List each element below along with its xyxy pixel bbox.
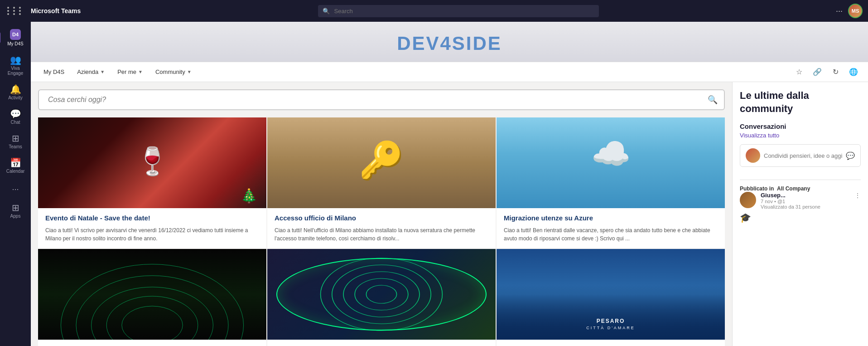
sidebar-label-calendar: Calendar — [6, 169, 25, 174]
topbar: Microsoft Teams 🔍 ··· MS — [0, 0, 868, 22]
post-header: Giusep... 7 nov • @1 Visualizzato da 31 … — [740, 192, 861, 210]
sidebar-item-chat[interactable]: 💬 Chat — [3, 106, 28, 128]
post-item: Giusep... 7 nov • @1 Visualizzato da 31 … — [740, 192, 861, 223]
content-area: DEV4SIDE My D4S Azienda ▼ Per me ▼ Commu… — [31, 22, 868, 346]
sidebar-item-apps[interactable]: ⊞ Apps — [3, 200, 28, 222]
card-migrazione[interactable]: Migrazione utenze su Azure Ciao a tutti!… — [497, 117, 725, 248]
share-input[interactable] — [764, 152, 842, 159]
grid-icon[interactable] — [5, 5, 25, 17]
teams-icon: ⊞ — [12, 134, 19, 143]
view-all-link[interactable]: Visualizza tutto — [740, 132, 861, 139]
post-more-btn[interactable]: ⋮ — [854, 192, 861, 199]
card-outwave-body: Outwave.io - Azione per tutti! Ciao a tu… — [38, 340, 266, 346]
sidebar-item-calendar[interactable]: 📅 Calendar — [3, 155, 28, 177]
card-accesso-text: Ciao a tutti! Nell'ufficio di Milano abb… — [275, 226, 488, 243]
svg-point-3 — [106, 296, 198, 340]
card-natale-image — [38, 117, 266, 208]
logo-dev: DEV — [397, 33, 440, 54]
nav-item-community[interactable]: Community ▼ — [150, 65, 197, 79]
sidebar-item-teams[interactable]: ⊞ Teams — [3, 130, 28, 153]
published-in-channel: All Company — [777, 185, 810, 192]
apps-icon: ⊞ — [12, 203, 19, 212]
card-migrazione-body: Migrazione utenze su Azure Ciao a tutti!… — [497, 208, 725, 248]
search-icon-top: 🔍 — [323, 8, 330, 15]
favorite-btn[interactable]: ☆ — [792, 65, 806, 79]
sidebar-label-chat: Chat — [10, 120, 20, 125]
feed-search-wrap: 🔍 — [38, 89, 725, 110]
conversations-label: Conversazioni — [740, 122, 861, 130]
activity-icon: 🔔 — [10, 85, 21, 94]
svg-point-9 — [366, 285, 396, 303]
post-content: Giusep... 7 nov • @1 Visualizzato da 31 … — [761, 192, 850, 210]
share-button[interactable]: 💬 — [846, 151, 855, 160]
card-pesaro[interactable]: PESAROCITTÀ D'AMARE Gita a Pesaro: ultim… — [497, 249, 725, 346]
card-accesso-title: Accesso ufficio di Milano — [275, 214, 488, 223]
card-natale-title: Evento di Natale - Save the date! — [45, 214, 259, 223]
my-d4s-icon: D4 — [10, 29, 21, 40]
post-published-meta: Pubblicato in All Company — [740, 185, 861, 192]
refresh-btn[interactable]: ↻ — [828, 65, 843, 79]
panel-divider-1 — [740, 180, 861, 180]
card-natale-text: Ciao a tutti! Vi scrivo per avvisarvi ch… — [45, 226, 259, 243]
published-in-label: Pubblicato in — [740, 185, 774, 192]
cards-grid: Evento di Natale - Save the date! Ciao a… — [38, 117, 725, 346]
sidebar-more-dots[interactable]: ··· — [8, 181, 22, 198]
sidebar-label-activity: Activity — [8, 95, 23, 100]
card-outwave[interactable]: Outwave.io - Azione per tutti! Ciao a tu… — [38, 249, 266, 346]
share-avatar — [746, 148, 760, 163]
card-accesso-body: Accesso ufficio di Milano Ciao a tutti! … — [267, 208, 496, 248]
header-banner: DEV4SIDE — [31, 22, 868, 62]
card-vacanze-image — [267, 249, 496, 340]
user-avatar[interactable]: MS — [848, 4, 863, 18]
app-title: Microsoft Teams — [31, 7, 81, 15]
share-input-wrap: 💬 — [740, 144, 861, 167]
chat-icon: 💬 — [10, 109, 21, 118]
nav-bar: My D4S Azienda ▼ Per me ▼ Community ▼ ☆ … — [31, 62, 868, 82]
community-chevron: ▼ — [187, 69, 192, 74]
calendar-icon: 📅 — [10, 158, 21, 167]
svg-point-8 — [355, 278, 408, 310]
main-layout: D4 My D4S 👥 Viva Engage 🔔 Activity 💬 Cha… — [0, 22, 868, 346]
more-options-icon[interactable]: ··· — [836, 6, 843, 16]
card-pesaro-body: Gita a Pesaro: ultimi dettagli Ciao a tu… — [497, 340, 725, 346]
logo-4: 4 — [440, 33, 452, 54]
sidebar-item-my-d4s[interactable]: D4 My D4S — [3, 25, 28, 50]
svg-point-4 — [122, 306, 183, 340]
azienda-chevron: ▼ — [100, 69, 105, 74]
svg-point-1 — [76, 275, 228, 339]
pesaro-overlay-text: PESAROCITTÀ D'AMARE — [586, 318, 635, 331]
svg-point-6 — [332, 265, 431, 324]
post-time: 7 nov • @1 — [761, 199, 850, 204]
nav-item-per-me[interactable]: Per me ▼ — [112, 65, 148, 79]
card-migrazione-text: Ciao a tutti! Ben rientrati dalle vacanz… — [504, 226, 718, 243]
card-accesso[interactable]: Accesso ufficio di Milano Ciao a tutti! … — [267, 117, 496, 248]
card-vacanze-body: Vacanze Ciao a tutti, vi scrivo per conf… — [267, 340, 496, 346]
sidebar-label-my-d4s: My D4S — [7, 41, 24, 46]
topbar-search-input[interactable] — [318, 5, 599, 17]
logo-side: SIDE — [452, 33, 502, 54]
language-btn[interactable]: 🌐 — [846, 65, 861, 79]
nav-right: ☆ 🔗 ↻ 🌐 — [792, 65, 861, 79]
card-vacanze[interactable]: Vacanze Ciao a tutti, vi scrivo per conf… — [267, 249, 496, 346]
topbar-right: ··· MS — [836, 4, 863, 18]
link-btn[interactable]: 🔗 — [810, 65, 825, 79]
card-outwave-image — [38, 249, 266, 340]
sidebar-item-activity[interactable]: 🔔 Activity — [3, 81, 28, 104]
sidebar-item-viva-engage[interactable]: 👥 Viva Engage — [3, 52, 28, 79]
card-migrazione-image — [497, 117, 725, 208]
panel-title: Le ultime dalla community — [740, 89, 861, 115]
nav-item-my-d4s[interactable]: My D4S — [38, 65, 70, 79]
post-author: Giusep... — [761, 192, 850, 199]
card-natale[interactable]: Evento di Natale - Save the date! Ciao a… — [38, 117, 266, 248]
nav-item-azienda[interactable]: Azienda ▼ — [72, 65, 110, 79]
svg-point-5 — [321, 258, 443, 331]
card-accesso-image — [267, 117, 496, 208]
feed-search-input[interactable] — [38, 89, 725, 110]
card-natale-body: Evento di Natale - Save the date! Ciao a… — [38, 208, 266, 248]
per-me-chevron: ▼ — [138, 69, 143, 74]
sidebar-label-apps: Apps — [10, 214, 21, 219]
feed-search-icon: 🔍 — [708, 95, 718, 105]
svg-point-2 — [92, 287, 213, 340]
main-content: 🔍 Evento di Natale - Save the date! Ciao… — [31, 82, 868, 346]
post-avatar — [740, 192, 756, 208]
